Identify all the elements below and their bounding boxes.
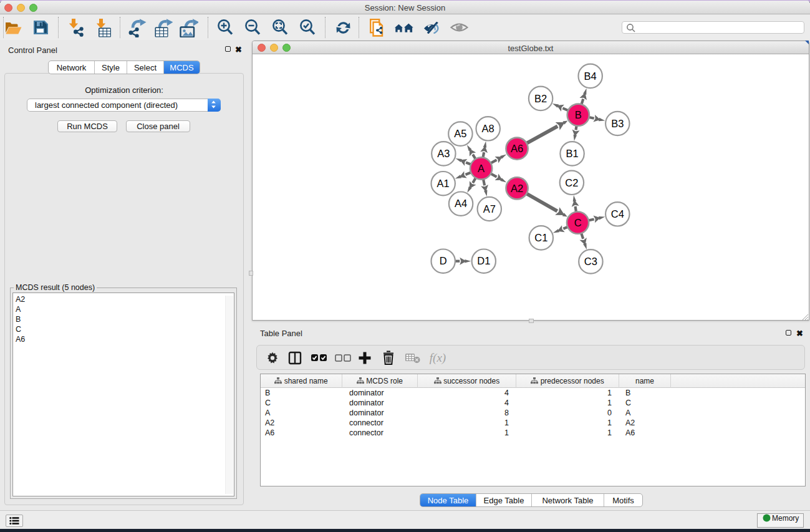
svg-text:D: D — [440, 255, 447, 266]
svg-text:A2: A2 — [511, 183, 523, 194]
svg-text:C: C — [574, 217, 582, 228]
svg-text:A4: A4 — [455, 198, 467, 209]
svg-text:C4: C4 — [611, 208, 624, 220]
svg-text:A3: A3 — [437, 148, 450, 159]
svg-text:A1: A1 — [437, 178, 450, 189]
svg-text:B: B — [575, 109, 582, 120]
svg-text:B1: B1 — [566, 148, 579, 159]
svg-text:B3: B3 — [611, 118, 624, 129]
svg-text:C3: C3 — [584, 256, 597, 267]
svg-text:B2: B2 — [534, 93, 547, 104]
svg-text:C1: C1 — [534, 232, 547, 243]
svg-text:C2: C2 — [565, 177, 578, 188]
svg-text:D1: D1 — [477, 255, 490, 266]
svg-text:A6: A6 — [511, 143, 523, 154]
svg-text:B4: B4 — [584, 70, 597, 82]
svg-text:A8: A8 — [482, 123, 494, 134]
svg-text:A7: A7 — [483, 203, 496, 215]
svg-text:A5: A5 — [454, 128, 466, 139]
svg-text:A: A — [478, 163, 485, 174]
